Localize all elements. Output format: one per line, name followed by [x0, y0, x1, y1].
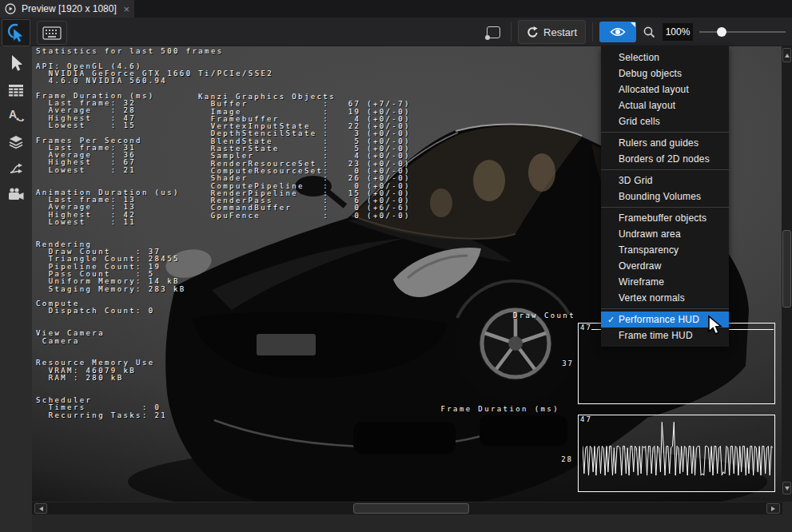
menu-item-3d-grid[interactable]: 3D Grid	[601, 173, 729, 189]
vertical-scrollbar[interactable]	[782, 46, 792, 502]
camera-tool-button[interactable]	[0, 182, 32, 206]
draw-count-side-label: 37	[550, 359, 574, 367]
menu-item-borders-of-2d-nodes[interactable]: Borders of 2D nodes	[601, 151, 729, 167]
menu-item-rulers-and-guides[interactable]: Rulers and guides	[601, 135, 729, 151]
play-circle-icon	[5, 3, 16, 14]
menu-item-vertex-normals[interactable]: Vertex normals	[601, 290, 729, 306]
horizontal-scrollbar[interactable]	[32, 502, 782, 514]
visualizations-menu: SelectionDebug objectsAllocated layoutAc…	[601, 46, 729, 347]
select-tool-button[interactable]	[0, 51, 32, 75]
menu-item-wireframe[interactable]: Wireframe	[601, 274, 729, 290]
arrow-down-icon	[785, 486, 790, 490]
grid-tool-button[interactable]	[0, 78, 32, 102]
menu-item-label: Transparency	[619, 244, 679, 256]
menu-item-label: Rulers and guides	[619, 137, 698, 149]
scroll-up-button[interactable]	[782, 48, 791, 62]
menu-item-label: Overdraw	[619, 260, 662, 272]
tool-sidebar: A	[0, 46, 32, 532]
menu-item-label: Performance HUD	[619, 314, 699, 325]
menu-item-label: Undrawn area	[619, 228, 681, 240]
frame-duration-side-label: 28	[549, 455, 573, 463]
tab-preview[interactable]: Preview [1920 x 1080] ×	[0, 0, 134, 18]
frame-duration-sparkline	[583, 417, 773, 486]
menu-item-label: Actual layout	[619, 100, 675, 111]
frame-duration-graph: 47	[578, 415, 775, 492]
menu-item-actual-layout[interactable]: Actual layout	[601, 97, 729, 113]
arrow-left-icon	[39, 506, 43, 511]
layers-tool-button[interactable]	[0, 129, 32, 153]
menu-item-label: Framebuffer objects	[619, 212, 706, 224]
zoom-slider-handle[interactable]	[717, 27, 726, 37]
menu-item-label: Allocated layout	[619, 84, 689, 95]
frame-duration-graph-title: Frame Duration (ms)	[440, 405, 559, 413]
menu-item-label: Bounding Volumes	[619, 191, 701, 202]
zoom-level-value[interactable]: 100%	[663, 23, 693, 41]
virtual-keyboard-button[interactable]	[37, 21, 67, 45]
tab-bar: Preview [1920 x 1080] ×	[0, 0, 792, 18]
tab-close-icon[interactable]: ×	[123, 4, 129, 14]
horizontal-scrollbar-thumb[interactable]	[353, 503, 469, 514]
detach-window-icon	[487, 26, 500, 38]
draw-count-graph-title: Draw Count	[513, 312, 575, 320]
performance-hud-right: Kanzi Graphics Objects Buffer : 67 (+7/-…	[198, 93, 411, 220]
zoom-slider-track[interactable]	[699, 31, 786, 33]
restart-button[interactable]: Restart	[518, 20, 586, 44]
menu-group: Framebuffer objectsUndrawn areaTranspare…	[601, 207, 729, 306]
menu-item-bounding-volumes[interactable]: Bounding Volumes	[601, 189, 729, 204]
menu-item-framebuffer-objects[interactable]: Framebuffer objects	[601, 210, 729, 226]
arrow-right-icon	[771, 506, 775, 511]
toolbar-separator	[511, 22, 511, 42]
tab-title: Preview [1920 x 1080]	[22, 3, 117, 14]
menu-item-undrawn-area[interactable]: Undrawn area	[601, 226, 729, 242]
mouse-cursor	[706, 315, 726, 335]
interact-tool-button[interactable]	[2, 19, 30, 46]
draw-count-max-label: 47	[580, 324, 592, 332]
branch-arrows-icon	[8, 161, 24, 177]
menu-group: Rulers and guidesBorders of 2D nodes	[601, 132, 729, 167]
text-animation-tool-button[interactable]: A	[0, 104, 32, 128]
visualizations-dropdown-button[interactable]	[599, 22, 636, 42]
dropdown-corner-icon	[631, 22, 635, 27]
menu-item-label: 3D Grid	[619, 175, 653, 186]
scroll-down-button[interactable]	[782, 482, 791, 494]
menu-item-grid-cells[interactable]: Grid cells	[601, 113, 729, 129]
interact-cursor-icon	[6, 22, 26, 43]
scroll-right-button[interactable]	[766, 503, 780, 514]
preview-window-button[interactable]	[482, 22, 504, 43]
vertical-scrollbar-thumb[interactable]	[782, 230, 791, 308]
checkmark-icon: ✓	[607, 315, 619, 325]
menu-group: SelectionDebug objectsAllocated layoutAc…	[601, 50, 729, 129]
select-cursor-icon	[7, 54, 25, 73]
video-camera-icon	[7, 187, 25, 201]
menu-item-label: Debug objects	[619, 68, 682, 79]
menu-item-label: Grid cells	[619, 116, 660, 127]
scroll-left-button[interactable]	[34, 503, 47, 514]
menu-item-label: Selection	[619, 52, 659, 63]
eye-icon	[610, 26, 626, 38]
layers-icon	[8, 133, 24, 149]
menu-group: 3D GridBounding Volumes	[601, 169, 729, 204]
menu-item-allocated-layout[interactable]: Allocated layout	[601, 81, 729, 97]
restart-label: Restart	[543, 26, 577, 38]
kanzi-preview-window: Preview [1920 x 1080] ×	[0, 0, 792, 532]
menu-item-selection[interactable]: Selection	[601, 50, 729, 66]
arrow-up-icon	[785, 54, 790, 58]
text-path-icon: A	[7, 107, 25, 125]
menu-item-overdraw[interactable]: Overdraw	[601, 258, 729, 274]
zoom-slider[interactable]	[699, 22, 786, 42]
state-tools-button[interactable]	[0, 157, 32, 181]
keyboard-icon	[42, 26, 62, 40]
svg-text:A: A	[9, 108, 17, 121]
menu-item-label: Vertex normals	[619, 292, 685, 304]
menu-item-label: Wireframe	[619, 276, 664, 288]
menu-item-transparency[interactable]: Transparency	[601, 242, 729, 258]
menu-item-debug-objects[interactable]: Debug objects	[601, 66, 729, 81]
toolbar: Restart 100%	[0, 18, 792, 46]
table-icon	[8, 83, 24, 97]
menu-item-label: Borders of 2D nodes	[619, 153, 710, 165]
toolbar-separator	[592, 22, 593, 42]
restart-icon	[527, 26, 539, 38]
menu-item-label: Frame time HUD	[619, 330, 693, 341]
zoom-magnifier-icon	[643, 26, 656, 39]
